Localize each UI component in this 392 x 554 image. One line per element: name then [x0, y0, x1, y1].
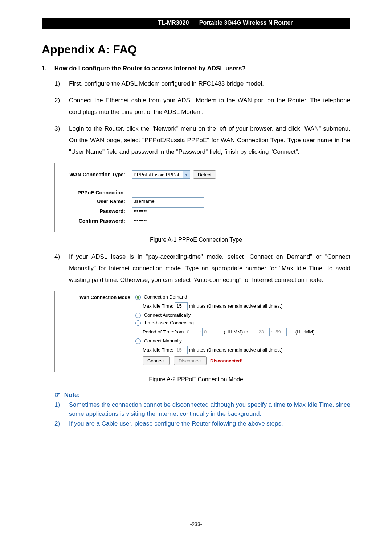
- note-heading: ☞ Note:: [54, 391, 350, 399]
- radio-connect-demand[interactable]: [135, 295, 141, 300]
- header-rule: [42, 28, 350, 29]
- step-3: Login to the Router, click the "Network"…: [54, 123, 350, 158]
- faq-q1-number: 1.: [42, 65, 53, 72]
- figure-a1-box: WAN Connection Type: PPPoE/Russia PPPoE …: [54, 163, 350, 232]
- period-from-hour[interactable]: 0: [185, 328, 198, 336]
- opt-connect-demand: Connect on Demand: [144, 294, 187, 300]
- wan-mode-label: Wan Connection Mode:: [59, 295, 134, 300]
- max-idle-label-2: Max Idle Time:: [143, 347, 173, 353]
- wan-type-value: PPPoE/Russia PPPoE: [134, 172, 181, 177]
- pppoe-conn-label: PPPoE Connection:: [61, 190, 132, 196]
- page-title: Appendix A: FAQ: [42, 43, 350, 56]
- step-1: First, configure the ADSL Modem configur…: [54, 78, 350, 90]
- page-number: -233-: [0, 521, 392, 527]
- max-idle-unit-2: minutes (0 means remain active at all ti…: [189, 347, 283, 353]
- note-2: If you are a Cable user, please configur…: [54, 419, 350, 428]
- connect-button[interactable]: Connect: [143, 356, 170, 365]
- password-label: Password:: [61, 208, 132, 214]
- note-heading-text: Note:: [64, 391, 80, 398]
- period-to-min[interactable]: 59: [274, 328, 287, 336]
- disconnect-button[interactable]: Disconnect: [174, 356, 207, 365]
- period-from-min[interactable]: 0: [202, 328, 215, 336]
- radio-connect-manual[interactable]: [135, 338, 141, 344]
- max-idle-label-1: Max Idle Time:: [143, 303, 173, 309]
- radio-connect-auto[interactable]: [135, 313, 141, 318]
- figure-a2-caption: Figure A-2 PPPoE Connection Mode: [42, 376, 350, 383]
- note-1: Sometimes the connection cannot be disco…: [54, 400, 350, 418]
- pointing-hand-icon: ☞: [54, 391, 60, 398]
- period-to-hour[interactable]: 23: [257, 328, 270, 336]
- model-desc: Portable 3G/4G Wireless N Router: [199, 20, 293, 26]
- wan-type-label: WAN Connection Type:: [61, 172, 132, 177]
- doc-header: TL-MR3020 Portable 3G/4G Wireless N Rout…: [42, 18, 350, 28]
- radio-time-based[interactable]: [135, 320, 141, 326]
- faq-q1-text: How do I configure the Router to access …: [54, 65, 246, 72]
- opt-time-based: Time-based Connecting: [144, 320, 194, 325]
- max-idle-unit-1: minutes (0 means remain active at all ti…: [189, 303, 283, 309]
- confirm-password-input[interactable]: ••••••••: [132, 217, 204, 225]
- model-code: TL-MR3020: [158, 20, 189, 26]
- figure-a2-box: Wan Connection Mode: Connect on Demand M…: [54, 291, 350, 372]
- username-input[interactable]: username: [132, 197, 204, 205]
- confirm-password-label: Confirm Password:: [61, 218, 132, 224]
- max-idle-input-1[interactable]: 15: [175, 302, 188, 310]
- connection-status: Disconnected!: [210, 358, 243, 364]
- opt-connect-manual: Connect Manually: [144, 338, 182, 344]
- password-input[interactable]: ••••••••: [132, 207, 204, 215]
- period-label: Period of Time:from: [143, 329, 184, 335]
- chevron-down-icon: ▾: [183, 171, 190, 178]
- step-2: Connect the Ethernet cable from your ADS…: [54, 95, 350, 118]
- hhmm-label: (HH:MM): [295, 329, 315, 335]
- hhmm-to-label: (HH:MM) to: [224, 329, 248, 335]
- faq-question-1: 1. How do I configure the Router to acce…: [42, 65, 350, 72]
- max-idle-input-2[interactable]: 15: [175, 346, 188, 354]
- figure-a1-caption: Figure A-1 PPPoE Connection Type: [42, 237, 350, 243]
- wan-type-select[interactable]: PPPoE/Russia PPPoE ▾: [132, 170, 190, 179]
- colon-2: :: [271, 329, 274, 335]
- username-label: User Name:: [61, 198, 132, 204]
- opt-connect-auto: Connect Automatically: [144, 312, 191, 318]
- colon-1: :: [200, 329, 202, 335]
- step-4: If your ADSL lease is in "pay-according-…: [54, 251, 350, 286]
- detect-button[interactable]: Detect: [193, 170, 216, 179]
